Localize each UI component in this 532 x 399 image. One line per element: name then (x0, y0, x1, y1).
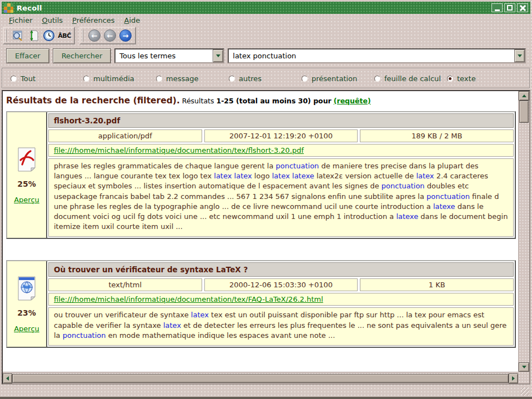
search-button[interactable]: Rechercher (53, 48, 112, 63)
relevance-percent: 25% (17, 179, 36, 188)
radio-icon (156, 76, 162, 82)
term-explorer-icon: ÂBĈ (58, 32, 71, 39)
filter-autres-label: autres (239, 74, 262, 83)
results-list: Résultats de la recherche (filtered). Ré… (3, 91, 518, 372)
filter-tout-label: Tout (21, 74, 36, 83)
result-card: 23% Aperçu Où trouver un vérificateur de… (6, 260, 516, 348)
html-file-icon (16, 276, 37, 301)
filter-tout[interactable]: Tout (11, 74, 83, 83)
query-history-dropdown-button[interactable] (514, 49, 525, 62)
menu-preferences[interactable]: Préférences (68, 15, 120, 26)
recoll-logo-icon (4, 3, 13, 13)
sort-parameters-button[interactable] (26, 28, 41, 43)
clear-button[interactable]: Effacer (6, 48, 49, 63)
search-mode-dropdown-button[interactable] (213, 49, 223, 62)
document-preview-button[interactable] (11, 28, 25, 43)
horizontal-scrollbar-thumb[interactable] (12, 374, 509, 383)
result-body: flshort-3.20.pdf application/pdf 2007-12… (47, 112, 515, 238)
results-headline: Résultats de la recherche (filtered). Ré… (6, 96, 516, 106)
menu-aide-label: ide (129, 16, 140, 24)
filter-message-label: message (166, 74, 198, 83)
scroll-down-button[interactable] (519, 362, 529, 372)
maximize-button[interactable] (504, 3, 515, 12)
window-bottom-edge (0, 397, 532, 399)
radio-icon (83, 76, 89, 82)
arrow-down-icon (522, 366, 526, 368)
scroll-up-button[interactable] (519, 91, 529, 101)
search-bar: Effacer Rechercher Tous les termes latex… (2, 45, 530, 66)
highlighted-term: latex (272, 172, 290, 180)
term-explorer-button[interactable]: ÂBĈ (57, 28, 72, 43)
filter-presentation-label: présentation (312, 74, 357, 83)
menu-outils[interactable]: Outils (38, 15, 69, 26)
filter-texte[interactable]: texte (447, 74, 476, 83)
minimize-icon (495, 9, 500, 11)
vertical-scrollbar-thumb[interactable] (519, 101, 529, 123)
arrow-left-icon (6, 376, 9, 381)
menu-fichier[interactable]: Fichier (5, 15, 38, 26)
first-page-button[interactable]: ← (87, 28, 102, 43)
results-range: 1-25 (total au moins 30) pour (216, 97, 331, 105)
result-url-link[interactable]: file:///home/michael/informatique/docume… (54, 146, 304, 154)
filter-presentation[interactable]: présentation (302, 74, 374, 83)
previous-page-button[interactable]: ← (103, 28, 117, 43)
query-input[interactable]: latex ponctuation (228, 48, 526, 63)
result-title: Où trouver un vérificateur de syntaxe La… (48, 262, 514, 277)
scroll-left-button[interactable] (3, 373, 12, 383)
menubar: Fichier Outils Préférences Aide (2, 14, 530, 26)
sort-document-icon (27, 29, 39, 42)
category-filter-bar: Tout multimédia message autres présentat… (2, 68, 530, 89)
filter-multimedia[interactable]: multimédia (83, 74, 156, 83)
result-url-row: file:///home/michael/informatique/docume… (48, 293, 514, 306)
search-mode-value: Tous les termes (119, 52, 175, 60)
result-url-row: file:///home/michael/informatique/docume… (48, 144, 514, 157)
highlighted-term: ponctuation (276, 162, 319, 170)
toolbar-handle[interactable] (82, 29, 84, 42)
close-button[interactable] (517, 3, 528, 12)
first-page-icon: ← (88, 29, 101, 42)
results-frame: Résultats de la recherche (filtered). Ré… (2, 90, 530, 385)
menu-aide[interactable]: Aide (121, 15, 146, 26)
radio-icon (11, 76, 17, 82)
filter-message[interactable]: message (156, 74, 229, 83)
highlighted-term: ponctuation (63, 331, 106, 340)
menu-preferences-accel: P (72, 16, 77, 24)
filter-feuille-label: feuille de calcul (384, 74, 441, 83)
close-icon (520, 5, 526, 11)
horizontal-scrollbar[interactable] (3, 372, 518, 383)
previous-page-icon: ← (104, 29, 116, 42)
filter-autres[interactable]: autres (229, 74, 302, 83)
sort-by-date-button[interactable] (42, 28, 56, 43)
result-body: Où trouver un vérificateur de syntaxe La… (47, 261, 515, 347)
toolbar: ÂBĈ ← ← → (2, 26, 530, 45)
result-snippet: ou trouver un verificateur de syntaxe la… (48, 307, 514, 346)
maximize-icon (507, 5, 513, 11)
preview-link[interactable]: Aperçu (14, 196, 39, 204)
scrollbar-corner (518, 372, 529, 383)
chevron-down-icon (518, 54, 522, 57)
highlighted-term: latexe (292, 172, 314, 180)
resize-grip-icon[interactable] (521, 387, 529, 396)
preview-link[interactable]: Aperçu (14, 325, 39, 333)
filter-multimedia-label: multimédia (93, 74, 134, 83)
result-date: 2007-12-01 12:19:20 +0100 (204, 129, 358, 142)
result-url-link[interactable]: file:///home/michael/informatique/docume… (54, 295, 323, 303)
titlebar: Recoll (2, 2, 530, 14)
scroll-right-button[interactable] (509, 373, 518, 383)
minimize-button[interactable] (491, 3, 503, 12)
next-page-button[interactable]: → (118, 28, 133, 43)
search-mode-select[interactable]: Tous les termes (114, 48, 224, 63)
query-details-link[interactable]: (requête) (334, 97, 371, 105)
relevance-percent: 23% (17, 308, 36, 317)
menu-outils-accel: O (42, 16, 48, 24)
pdf-file-icon (16, 147, 37, 172)
result-mime: application/pdf (48, 129, 202, 142)
toolbar-group-tools: ÂBĈ (3, 27, 75, 44)
menu-outils-label: utils (48, 16, 63, 24)
vertical-scrollbar[interactable] (518, 91, 529, 372)
results-title: Résultats de la recherche (filtered). (6, 96, 180, 106)
filter-feuille-de-calcul[interactable]: feuille de calcul (374, 74, 447, 83)
radio-icon (229, 76, 235, 82)
highlighted-term: latex (234, 172, 252, 180)
toolbar-handle[interactable] (6, 29, 8, 42)
